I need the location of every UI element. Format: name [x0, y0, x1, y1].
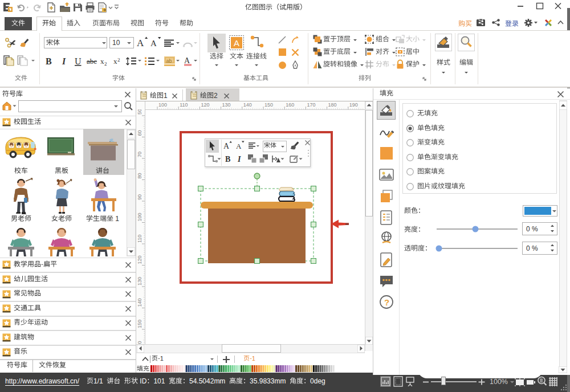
svg-text:160: 160: [286, 102, 294, 108]
svg-text:0 %: 0 %: [526, 225, 538, 233]
svg-text:A: A: [150, 39, 157, 48]
svg-text:70: 70: [137, 152, 142, 157]
svg-text:1: 1: [113, 215, 119, 223]
svg-text:1: 1: [160, 355, 164, 362]
svg-text:150: 150: [264, 102, 273, 108]
svg-text:190: 190: [349, 102, 358, 108]
svg-text:A: A: [137, 38, 144, 48]
svg-text:abc: abc: [87, 57, 97, 66]
svg-text:A: A: [234, 38, 239, 48]
svg-text:110: 110: [137, 235, 142, 243]
svg-text:101: 101: [153, 377, 169, 385]
svg-text:2: 2: [104, 61, 107, 67]
svg-text:50: 50: [137, 109, 142, 115]
svg-text:A: A: [184, 56, 190, 65]
svg-text:ID: ID: [138, 377, 147, 385]
svg-text:1/1: 1/1: [93, 377, 107, 385]
svg-text:170: 170: [307, 102, 315, 108]
svg-text:130: 130: [137, 277, 142, 285]
svg-text:0deg: 0deg: [310, 377, 325, 385]
svg-text:?: ?: [384, 297, 389, 307]
svg-text:140: 140: [243, 102, 252, 108]
svg-text:150: 150: [137, 320, 142, 328]
svg-text:120: 120: [137, 255, 142, 264]
svg-text:0 %: 0 %: [526, 244, 538, 252]
svg-text:2: 2: [214, 92, 218, 100]
svg-text:180: 180: [328, 102, 337, 108]
svg-text:110: 110: [180, 102, 188, 108]
svg-text:U: U: [75, 56, 82, 66]
svg-text:I: I: [237, 155, 241, 164]
svg-text:B: B: [46, 56, 52, 66]
svg-text:ab: ab: [166, 58, 172, 64]
svg-text:10: 10: [112, 39, 120, 47]
svg-text:130: 130: [222, 102, 231, 108]
svg-text:140: 140: [137, 298, 142, 307]
svg-text:120: 120: [201, 102, 209, 108]
svg-text:80: 80: [137, 173, 142, 178]
svg-text:100: 100: [158, 102, 167, 108]
svg-text:100: 100: [137, 213, 142, 221]
svg-text:35.9833mm: 35.9833mm: [250, 377, 290, 385]
svg-text:B: B: [225, 155, 230, 164]
svg-text:54.5042mm: 54.5042mm: [189, 377, 229, 385]
svg-text:http://www.edrawsoft.cn/: http://www.edrawsoft.cn/: [5, 377, 80, 385]
svg-text:1: 1: [164, 92, 168, 100]
svg-text:x: x: [113, 57, 117, 66]
svg-text:I: I: [62, 56, 66, 66]
svg-text:100%: 100%: [490, 378, 508, 386]
svg-text:90: 90: [137, 194, 142, 200]
svg-text:60: 60: [137, 130, 142, 136]
svg-text:2: 2: [117, 57, 120, 63]
svg-text:x: x: [100, 57, 104, 66]
svg-text:A: A: [223, 142, 230, 150]
svg-text:1: 1: [252, 355, 255, 362]
svg-text:A: A: [236, 142, 242, 150]
